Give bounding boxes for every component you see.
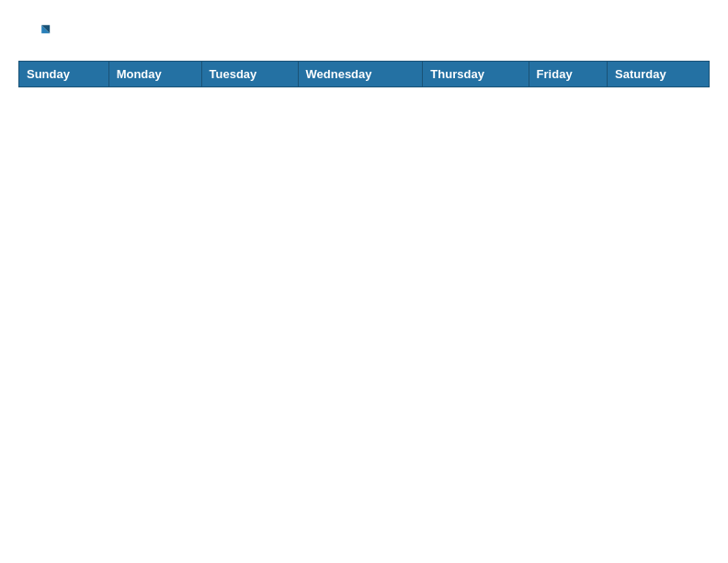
calendar-header-tuesday: Tuesday xyxy=(201,62,298,87)
calendar-header-row: SundayMondayTuesdayWednesdayThursdayFrid… xyxy=(19,62,710,87)
page-header xyxy=(18,18,710,52)
calendar-header-friday: Friday xyxy=(529,62,607,87)
calendar-header-saturday: Saturday xyxy=(608,62,710,87)
calendar-header-thursday: Thursday xyxy=(423,62,529,87)
calendar-header-monday: Monday xyxy=(108,62,201,87)
svg-rect-0 xyxy=(18,18,51,52)
logo-icon xyxy=(18,18,51,52)
calendar-header-wednesday: Wednesday xyxy=(298,62,423,87)
calendar-table: SundayMondayTuesdayWednesdayThursdayFrid… xyxy=(18,61,710,87)
calendar-header-sunday: Sunday xyxy=(19,62,109,87)
logo xyxy=(18,18,55,52)
